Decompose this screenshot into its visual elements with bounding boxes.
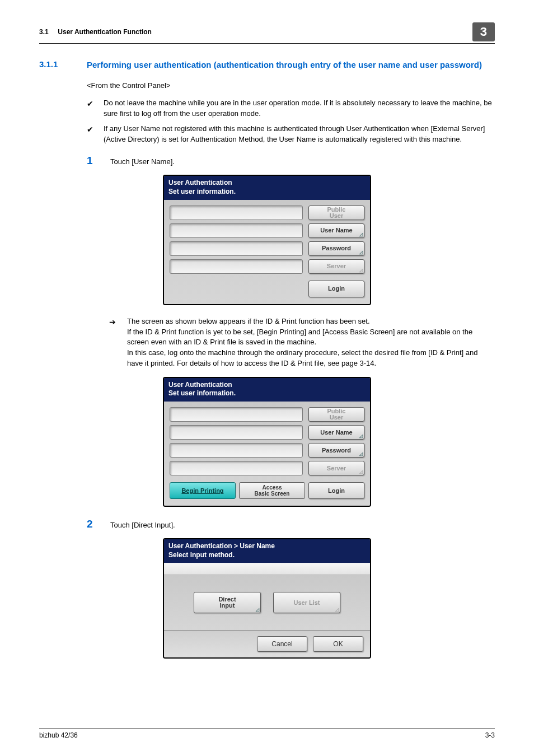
password-button[interactable]: Password ◿ (308, 443, 364, 458)
user-name-button[interactable]: User Name ◿ (308, 425, 364, 440)
check-icon: ✔ (87, 98, 95, 119)
btn-label: Password (322, 447, 351, 454)
section-heading: 3.1.1 Performing user authentication (au… (39, 59, 495, 71)
panel-title-line2: Set user information. (168, 389, 366, 398)
corner-icon: ◿ (359, 434, 363, 438)
step-number: 1 (87, 155, 95, 167)
panel-title-line1: User Authentication > User Name (168, 542, 366, 551)
begin-printing-button[interactable]: Begin Printing (170, 482, 236, 499)
panel-user-auth-2: User Authentication Set user information… (163, 377, 371, 507)
corner-icon: ◿ (359, 232, 363, 237)
cancel-button[interactable]: Cancel (257, 636, 307, 652)
header-num: 3.1 (39, 28, 49, 36)
btn-label: Direct Input (218, 596, 236, 609)
arrow-icon: ➔ (109, 316, 118, 369)
public-user-field (170, 407, 303, 422)
footer-left: bizhub 42/36 (39, 731, 78, 739)
user-name-field[interactable] (170, 425, 303, 440)
password-field[interactable] (170, 241, 303, 256)
password-field[interactable] (170, 443, 303, 458)
panel-select-input-method: User Authentication > User Name Select i… (163, 538, 371, 659)
header-title: User Authentication Function (58, 28, 152, 36)
server-button[interactable]: Server ◿ (308, 461, 364, 475)
step-row: 2 Touch [Direct Input]. (87, 518, 495, 530)
panel-body: Public User User Name ◿ Password ◿ Serve… (164, 200, 370, 304)
corner-icon: ◿ (359, 268, 363, 273)
panel-title-line2: Set user information. (168, 188, 366, 197)
btn-label: Server (327, 263, 346, 269)
password-button[interactable]: Password ◿ (308, 241, 364, 256)
bullet-item: ✔ Do not leave the machine while you are… (87, 98, 495, 119)
page-header: 3.1 User Authentication Function 3 (39, 22, 495, 44)
step-text: Touch [Direct Input]. (110, 521, 175, 529)
user-name-button[interactable]: User Name ◿ (308, 223, 364, 238)
btn-label: User Name (320, 430, 352, 436)
corner-icon: ◿ (359, 250, 363, 255)
subhead: <From the Control Panel> (87, 81, 495, 91)
panel-body: Direct Input ◿ User List ◿ (164, 575, 370, 630)
user-name-field[interactable] (170, 223, 303, 238)
bullet-text: Do not leave the machine while you are i… (104, 98, 495, 119)
panel-footer: Cancel OK (164, 630, 370, 657)
server-field (170, 259, 303, 274)
bullet-text: If any User Name not registered with thi… (104, 124, 495, 145)
login-button[interactable]: Login (308, 482, 364, 499)
btn-label: Password (322, 245, 351, 251)
arrow-note: ➔ The screen as shown below appears if t… (109, 316, 495, 369)
ok-button[interactable]: OK (313, 636, 363, 652)
bullet-list: ✔ Do not leave the machine while you are… (87, 98, 495, 144)
section-title: Performing user authentication (authenti… (87, 59, 482, 71)
arrow-text: The screen as shown below appears if the… (127, 316, 495, 369)
corner-icon: ◿ (335, 608, 339, 612)
corner-icon: ◿ (359, 452, 363, 456)
corner-icon: ◿ (359, 470, 363, 474)
panel-titlebar: User Authentication Set user information… (164, 176, 370, 199)
btn-label: Server (327, 465, 346, 472)
panel-titlebar: User Authentication > User Name Select i… (164, 539, 370, 563)
header-section-ref: 3.1 User Authentication Function (39, 28, 152, 36)
btn-label: User List (293, 600, 320, 606)
panel-titlebar: User Authentication Set user information… (164, 378, 370, 402)
step-text: Touch [User Name]. (110, 157, 175, 166)
panel-subbar (164, 563, 370, 575)
direct-input-button[interactable]: Direct Input ◿ (194, 592, 261, 613)
page-footer: bizhub 42/36 3-3 (39, 729, 495, 739)
chapter-number-box: 3 (472, 22, 495, 41)
panel-title-line1: User Authentication (168, 381, 366, 390)
public-user-field (170, 206, 303, 220)
login-button[interactable]: Login (308, 281, 364, 297)
section-number: 3.1.1 (39, 59, 70, 71)
step-number: 2 (87, 518, 95, 530)
public-user-button[interactable]: Public User (308, 407, 364, 422)
step-row: 1 Touch [User Name]. (87, 155, 495, 167)
panel-body: Public User User Name ◿ Password ◿ Serve… (164, 402, 370, 506)
panel-title-line2: Select input method. (168, 551, 366, 560)
footer-right: 3-3 (485, 731, 495, 739)
access-basic-screen-button[interactable]: Access Basic Screen (239, 482, 305, 499)
user-list-button[interactable]: User List ◿ (273, 592, 340, 613)
panel-title-line1: User Authentication (168, 179, 366, 188)
bullet-item: ✔ If any User Name not registered with t… (87, 124, 495, 145)
public-user-button[interactable]: Public User (308, 206, 364, 220)
server-field (170, 461, 303, 475)
corner-icon: ◿ (256, 608, 259, 612)
check-icon: ✔ (87, 124, 95, 145)
btn-label: User Name (320, 227, 352, 234)
panel-user-auth-1: User Authentication Set user information… (163, 175, 371, 305)
server-button[interactable]: Server ◿ (308, 259, 364, 274)
